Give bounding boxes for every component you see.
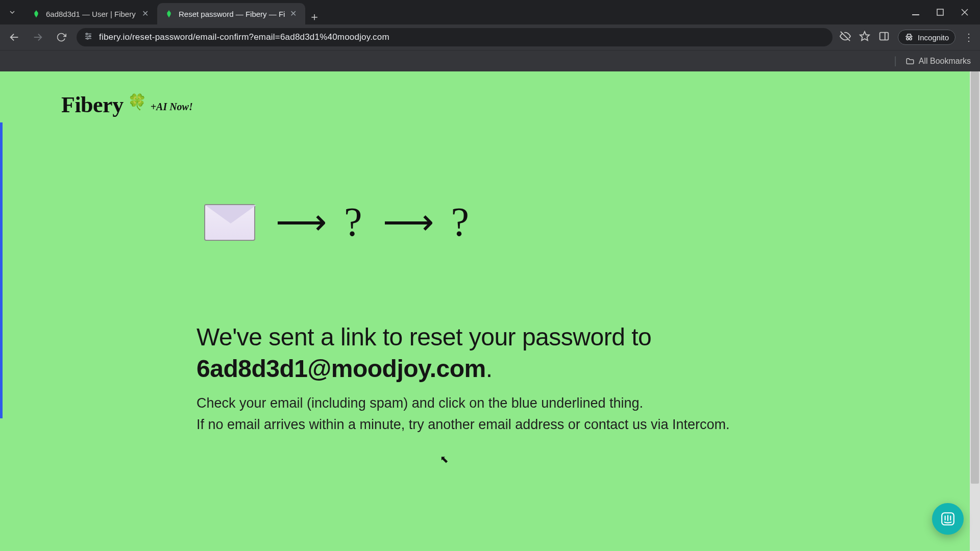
intercom-launcher[interactable]: [932, 503, 964, 535]
question-mark-icon: ?: [344, 199, 362, 245]
heading-suffix: .: [486, 355, 493, 382]
toolbar: fibery.io/reset-password/email-confirm?e…: [0, 24, 980, 50]
question-mark-icon: ?: [451, 199, 470, 245]
all-bookmarks-button[interactable]: All Bookmarks: [905, 57, 971, 66]
nav-forward-button[interactable]: [30, 29, 46, 45]
confirmation-heading: We've sent a link to reset your password…: [197, 321, 878, 385]
bookmark-star-icon[interactable]: [859, 31, 870, 44]
url-text: fibery.io/reset-password/email-confirm?e…: [99, 32, 389, 42]
titlebar: 6ad8d3d1 — User | Fibery ✕ Reset passwor…: [0, 0, 980, 24]
window-minimize-icon[interactable]: [911, 7, 921, 17]
logo-leaf-icon: 🍀: [128, 93, 146, 111]
site-settings-icon[interactable]: [84, 32, 93, 43]
logo-ai-badge: +AI Now!: [151, 101, 193, 113]
chrome-menu-icon[interactable]: ⋮: [964, 31, 974, 43]
window-controls: [911, 0, 980, 24]
page-body: Fibery 🍀 +AI Now! ⟶ ? ⟶ ? We've sent a l…: [0, 71, 980, 551]
tab-strip: 6ad8d3d1 — User | Fibery ✕ Reset passwor…: [24, 0, 324, 24]
tab-title: Reset password — Fibery — Fi: [179, 10, 285, 18]
tab-active-reset-password[interactable]: Reset password — Fibery — Fi ✕: [157, 3, 305, 24]
heading-prefix: We've sent a link to reset your password…: [197, 323, 651, 350]
address-bar[interactable]: fibery.io/reset-password/email-confirm?e…: [77, 28, 832, 46]
instruction-text: Check your email (including spam) and cl…: [197, 393, 878, 436]
window-close-icon[interactable]: [960, 7, 970, 17]
intercom-icon: [940, 511, 955, 527]
tab-search-dropdown[interactable]: [0, 0, 24, 24]
heading-email: 6ad8d3d1@moodjoy.com: [197, 355, 486, 382]
hero-illustration: ⟶ ? ⟶ ?: [204, 199, 469, 245]
bookmarks-bar: │ All Bookmarks: [0, 50, 980, 71]
svg-rect-14: [880, 33, 889, 40]
svg-rect-1: [937, 9, 943, 15]
favicon-fibery: [32, 9, 41, 18]
instruction-line-2: If no email arrives within a minute, try…: [197, 414, 878, 436]
eye-off-icon[interactable]: [840, 31, 851, 44]
svg-point-17: [910, 38, 912, 40]
bookmarks-separator: │: [893, 57, 898, 66]
incognito-label: Incognito: [918, 33, 949, 42]
incognito-chip[interactable]: Incognito: [898, 30, 955, 45]
vertical-scrollbar[interactable]: [970, 71, 980, 551]
tab-close-icon[interactable]: ✕: [290, 10, 298, 18]
toolbar-right: Incognito ⋮: [840, 30, 974, 45]
tab-close-icon[interactable]: ✕: [142, 10, 150, 18]
folder-icon: [905, 57, 915, 66]
nav-back-button[interactable]: [6, 29, 22, 45]
nav-reload-button[interactable]: [53, 29, 69, 45]
envelope-icon: [204, 204, 255, 241]
new-tab-button[interactable]: ＋: [305, 9, 324, 24]
tab-inactive-fibery-user[interactable]: 6ad8d3d1 — User | Fibery ✕: [24, 3, 157, 24]
browser-window: 6ad8d3d1 — User | Fibery ✕ Reset passwor…: [0, 0, 980, 551]
scrollbar-thumb[interactable]: [971, 71, 979, 484]
svg-point-16: [906, 38, 909, 40]
left-accent-bar: [0, 122, 3, 418]
svg-point-9: [86, 33, 88, 35]
window-maximize-icon[interactable]: [935, 7, 945, 17]
arrow-icon: ⟶: [383, 205, 431, 240]
arrow-icon: ⟶: [276, 205, 324, 240]
svg-point-11: [87, 38, 88, 39]
tab-title: 6ad8d3d1 — User | Fibery: [46, 10, 137, 18]
all-bookmarks-label: All Bookmarks: [919, 57, 971, 66]
mouse-cursor-icon: ⬉: [440, 453, 449, 465]
page-viewport: Fibery 🍀 +AI Now! ⟶ ? ⟶ ? We've sent a l…: [0, 71, 980, 551]
side-panel-icon[interactable]: [878, 31, 890, 44]
svg-marker-13: [860, 32, 869, 40]
logo-wordmark: Fibery: [61, 92, 124, 118]
svg-point-10: [89, 36, 91, 37]
svg-rect-0: [912, 14, 919, 15]
favicon-fibery: [164, 9, 174, 18]
incognito-icon: [904, 33, 914, 42]
instruction-line-1: Check your email (including spam) and cl…: [197, 393, 878, 414]
site-logo[interactable]: Fibery 🍀 +AI Now!: [61, 92, 193, 118]
